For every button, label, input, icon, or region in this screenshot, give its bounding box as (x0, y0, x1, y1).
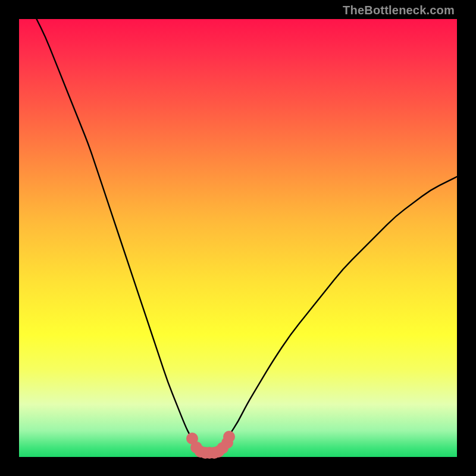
chart-frame: TheBottleneck.com (0, 0, 476, 476)
trough-marker (223, 431, 235, 443)
plot-area (19, 19, 457, 457)
watermark-text: TheBottleneck.com (343, 4, 455, 17)
